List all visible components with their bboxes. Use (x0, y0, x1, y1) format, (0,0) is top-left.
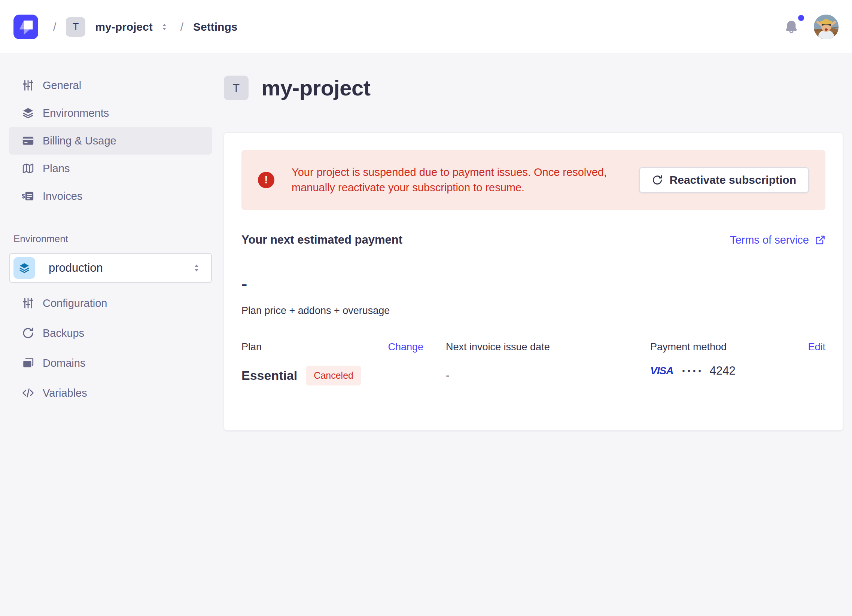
refresh-icon (22, 327, 35, 340)
svg-text:$: $ (22, 193, 25, 199)
estimated-payment-caption: Plan price + addons + overusage (242, 305, 825, 317)
sidebar-item-backups[interactable]: Backups (9, 318, 212, 348)
strapi-logo-icon (14, 15, 38, 39)
reactivate-subscription-label: Reactivate subscription (670, 174, 796, 186)
breadcrumb-project-name[interactable]: my-project (95, 21, 153, 33)
sidebar-item-label: Plans (43, 162, 70, 175)
plan-name: Essential (242, 368, 297, 383)
breadcrumb-settings[interactable]: Settings (193, 21, 237, 33)
environment-nav: Configuration Backups Domains (9, 288, 212, 408)
caret-updown-icon (191, 262, 202, 273)
card-last4: 4242 (710, 364, 736, 377)
notifications-button[interactable] (783, 18, 800, 36)
folder-icon (22, 357, 35, 369)
sidebar-item-label: Domains (43, 357, 85, 369)
project-title: my-project (261, 75, 371, 100)
sidebar-item-billing-usage[interactable]: Billing & Usage (9, 127, 212, 154)
main-content: T my-project ! Your project is suspended… (221, 54, 852, 615)
sidebar-item-variables[interactable]: Variables (9, 378, 212, 408)
sidebar-item-environments[interactable]: Environments (9, 99, 212, 127)
breadcrumb-project: my-project (95, 21, 170, 33)
terms-of-service-label: Terms of service (730, 234, 809, 246)
sidebar-item-plans[interactable]: Plans (9, 154, 212, 182)
payment-section-header: Your next estimated payment Terms of ser… (242, 233, 825, 247)
environment-selected-value: production (49, 261, 103, 275)
payment-method-label: Payment method (650, 341, 727, 353)
alert-exclamation-icon: ! (258, 172, 274, 188)
sidebar-item-label: Configuration (43, 297, 107, 310)
strapi-logo[interactable] (14, 15, 38, 39)
suspension-alert: ! Your project is suspended due to payme… (242, 150, 825, 210)
plan-column: Plan Change Essential Canceled (242, 341, 446, 385)
layers-icon (22, 107, 35, 119)
external-link-icon (815, 235, 825, 245)
payment-section-title: Your next estimated payment (242, 233, 402, 247)
sidebar-item-configuration[interactable]: Configuration (9, 288, 212, 318)
billing-details-row: Plan Change Essential Canceled Next invo… (242, 341, 825, 385)
settings-sidebar: General Environments Billing & Usage (0, 54, 221, 615)
code-icon (22, 387, 35, 399)
refresh-icon (652, 174, 663, 186)
sidebar-item-invoices[interactable]: $ Invoices (9, 182, 212, 210)
app-root: / T my-project / Settings (0, 0, 852, 615)
plan-label: Plan (242, 341, 262, 353)
visa-logo: VISA (650, 365, 673, 377)
sidebar-item-label: Invoices (43, 190, 82, 202)
environment-select[interactable]: production (9, 253, 212, 283)
sidebar-item-label: Environments (43, 107, 109, 119)
billing-card: ! Your project is suspended due to payme… (224, 133, 843, 431)
caret-updown-icon (160, 22, 169, 32)
environment-section-label: Environment (14, 233, 207, 245)
project-switcher-button[interactable] (158, 21, 171, 33)
sidebar-item-label: Variables (43, 387, 87, 399)
environment-chip (14, 257, 35, 279)
alert-message: Your project is suspended due to payment… (292, 165, 622, 195)
breadcrumb: / T my-project / Settings (53, 17, 237, 37)
map-icon (22, 162, 35, 175)
plan-status-badge: Canceled (306, 365, 361, 385)
notification-bell-icon (783, 19, 799, 35)
notification-dot (798, 15, 804, 21)
project-badge: T (66, 17, 85, 37)
sliders-icon (22, 297, 35, 310)
sidebar-item-label: Billing & Usage (43, 135, 116, 147)
layers-icon (18, 262, 30, 274)
sidebar-item-label: Backups (43, 327, 84, 340)
masked-card-digits: •••• (682, 366, 703, 375)
change-plan-link[interactable]: Change (388, 341, 423, 353)
top-header: / T my-project / Settings (0, 0, 852, 54)
breadcrumb-separator: / (180, 21, 183, 33)
sidebar-item-general[interactable]: General (9, 71, 212, 99)
estimated-payment-amount: - (242, 273, 825, 294)
terms-of-service-link[interactable]: Terms of service (730, 234, 825, 246)
sidebar-item-domains[interactable]: Domains (9, 348, 212, 378)
payment-method-column: Payment method Edit VISA •••• 4242 (650, 341, 825, 385)
sidebar-item-label: General (43, 79, 81, 92)
next-invoice-value: - (446, 369, 650, 382)
header-actions (783, 15, 838, 39)
page-body: General Environments Billing & Usage (0, 54, 852, 615)
sliders-icon (22, 79, 35, 92)
edit-payment-method-link[interactable]: Edit (808, 341, 825, 353)
page-title: T my-project (224, 75, 843, 100)
breadcrumb-separator: / (53, 21, 56, 33)
reactivate-subscription-button[interactable]: Reactivate subscription (639, 167, 809, 193)
user-avatar[interactable] (814, 15, 838, 39)
next-invoice-column: Next invoice issue date - (446, 341, 650, 385)
credit-card-icon (22, 134, 35, 147)
invoice-icon: $ (22, 190, 35, 202)
next-invoice-label: Next invoice issue date (446, 341, 550, 353)
user-avatar-image (814, 15, 838, 39)
project-badge: T (224, 75, 249, 100)
